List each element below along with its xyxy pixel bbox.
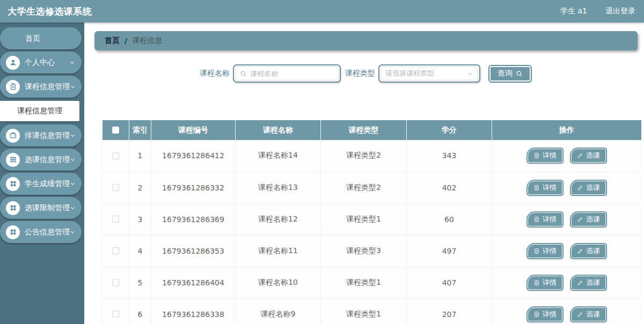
sidebar-item-selection-limit-management[interactable]: 选课限制管理 xyxy=(0,197,82,219)
cell-course-name: 课程名称13 xyxy=(236,172,321,203)
chevron-down-icon xyxy=(70,205,76,211)
course-name-input[interactable] xyxy=(250,70,334,78)
cell-course-type: 课程类型1 xyxy=(321,267,407,298)
sidebar: 首页个人中心课程信息管理课程信息管理排课信息管理选课信息管理学生成绩管理选课限制… xyxy=(0,23,84,324)
select-course-button[interactable]: 选课 xyxy=(571,276,606,290)
cell-index: 6 xyxy=(129,298,151,324)
cell-course-name: 课程名称9 xyxy=(236,298,321,324)
wallet-icon xyxy=(6,129,20,143)
cell-course-type: 课程类型2 xyxy=(321,140,407,172)
detail-button[interactable]: 详情 xyxy=(528,181,562,195)
cell-credit: 402 xyxy=(407,172,492,203)
cell-credit: 207 xyxy=(407,298,492,324)
grid-icon xyxy=(6,153,20,167)
detail-button[interactable]: 详情 xyxy=(528,149,562,163)
sidebar-item-course-selection-management[interactable]: 选课信息管理 xyxy=(0,149,82,171)
cell-actions: 详情选课 xyxy=(492,140,642,172)
table-row: 11679361286412课程名称14课程类型2343详情选课 xyxy=(103,140,642,172)
chevron-down-icon xyxy=(70,84,76,90)
sidebar-item-label: 公告信息管理 xyxy=(25,227,70,237)
detail-button[interactable]: 详情 xyxy=(528,307,562,321)
chevron-down-icon xyxy=(70,181,76,187)
logout-link[interactable]: 退出登录 xyxy=(605,6,635,16)
sidebar-item-schedule-management[interactable]: 排课信息管理 xyxy=(0,124,82,146)
select-all-checkbox[interactable] xyxy=(112,127,119,134)
cell-course-type: 课程类型2 xyxy=(321,172,407,203)
query-button-label: 查询 xyxy=(497,69,513,78)
sidebar-item-home[interactable]: 首页 xyxy=(0,27,82,49)
user-menu[interactable]: 学生 a1 xyxy=(560,6,587,16)
row-checkbox[interactable] xyxy=(112,279,119,286)
cell-index: 4 xyxy=(129,235,151,267)
row-checkbox[interactable] xyxy=(112,247,119,254)
cell-credit: 60 xyxy=(407,203,492,235)
sidebar-item-label: 首页 xyxy=(11,34,76,43)
course-name-field xyxy=(233,64,341,83)
course-table: 索引 课程编号 课程名称 课程类型 学分 操作 11679361286412课程… xyxy=(102,120,641,324)
cell-actions: 详情选课 xyxy=(492,235,642,267)
course-type-label: 课程类型 xyxy=(345,69,375,78)
table-row: 41679361286353课程名称11课程类型3497详情选课 xyxy=(103,235,642,267)
sidebar-item-announcement-management[interactable]: 公告信息管理 xyxy=(0,221,82,243)
search-icon xyxy=(516,70,523,77)
course-type-select[interactable]: 请选择课程类型 xyxy=(378,64,480,83)
header-index: 索引 xyxy=(129,120,151,140)
sidebar-item-student-grade-management[interactable]: 学生成绩管理 xyxy=(0,173,82,195)
sidebar-subitem-course-info-management[interactable]: 课程信息管理 xyxy=(0,101,79,121)
cell-course-code: 1679361286412 xyxy=(151,140,236,172)
breadcrumb-separator: / xyxy=(125,36,127,45)
app-title: 大学生选修选课系统 xyxy=(8,5,92,18)
select-course-button[interactable]: 选课 xyxy=(571,307,606,321)
table-row: 51679361286404课程名称10课程类型1407详情选课 xyxy=(103,267,642,298)
header-course-name: 课程名称 xyxy=(236,120,321,140)
cell-course-code: 1679361286369 xyxy=(151,203,236,235)
breadcrumb-current: 课程信息 xyxy=(132,36,162,46)
header-course-code: 课程编号 xyxy=(151,120,236,140)
chevron-down-icon xyxy=(467,70,473,77)
detail-button[interactable]: 详情 xyxy=(528,212,562,226)
cell-course-name: 课程名称14 xyxy=(236,140,321,172)
cell-course-name: 课程名称11 xyxy=(236,235,321,267)
sidebar-item-label: 排课信息管理 xyxy=(25,131,70,141)
header-course-type: 课程类型 xyxy=(321,120,407,140)
sidebar-item-label: 学生成绩管理 xyxy=(25,179,70,189)
chevron-down-icon xyxy=(69,60,75,65)
detail-button[interactable]: 详情 xyxy=(528,244,562,258)
chevron-down-icon xyxy=(70,229,76,235)
blocks-icon xyxy=(6,177,20,191)
chevron-down-icon xyxy=(70,157,76,163)
topbar: 大学生选修选课系统 学生 a1 退出登录 xyxy=(0,0,644,23)
row-checkbox[interactable] xyxy=(112,184,119,191)
query-button[interactable]: 查询 xyxy=(489,66,531,82)
breadcrumb-home[interactable]: 首页 xyxy=(105,36,120,46)
table-row: 21679361286332课程名称13课程类型2402详情选课 xyxy=(103,172,642,203)
cell-actions: 详情选课 xyxy=(492,203,642,235)
sidebar-item-course-info-management[interactable]: 课程信息管理 xyxy=(0,76,82,98)
row-checkbox[interactable] xyxy=(112,311,119,318)
cell-credit: 343 xyxy=(407,140,492,172)
table-header-row: 索引 课程编号 课程名称 课程类型 学分 操作 xyxy=(103,120,642,140)
select-course-button[interactable]: 选课 xyxy=(571,181,606,195)
sidebar-item-label: 选课限制管理 xyxy=(25,203,70,213)
cell-index: 2 xyxy=(129,172,151,203)
cell-index: 1 xyxy=(129,140,151,172)
row-checkbox[interactable] xyxy=(112,152,119,159)
cell-actions: 详情选课 xyxy=(492,172,642,203)
cell-course-code: 1679361286404 xyxy=(151,267,236,298)
blocks-icon xyxy=(6,201,20,215)
main-content: 首页 / 课程信息 课程名称 课程类型 请选择课程类型 查询 xyxy=(84,23,644,324)
header-credit: 学分 xyxy=(407,120,492,140)
select-course-button[interactable]: 选课 xyxy=(571,212,606,226)
sidebar-item-personal-center[interactable]: 个人中心 xyxy=(0,51,82,73)
row-checkbox[interactable] xyxy=(112,216,119,223)
cell-course-code: 1679361286338 xyxy=(151,298,236,324)
user-icon xyxy=(6,56,20,70)
search-bar: 课程名称 课程类型 请选择课程类型 查询 xyxy=(200,63,644,84)
cell-course-code: 1679361286353 xyxy=(151,235,236,267)
select-course-button[interactable]: 选课 xyxy=(571,149,606,163)
detail-button[interactable]: 详情 xyxy=(528,276,562,290)
cell-course-name: 课程名称12 xyxy=(236,203,321,235)
table-row: 61679361286338课程名称9课程类型1207详情选课 xyxy=(103,298,642,324)
select-course-button[interactable]: 选课 xyxy=(571,244,606,258)
sidebar-item-label: 课程信息管理 xyxy=(25,82,70,92)
